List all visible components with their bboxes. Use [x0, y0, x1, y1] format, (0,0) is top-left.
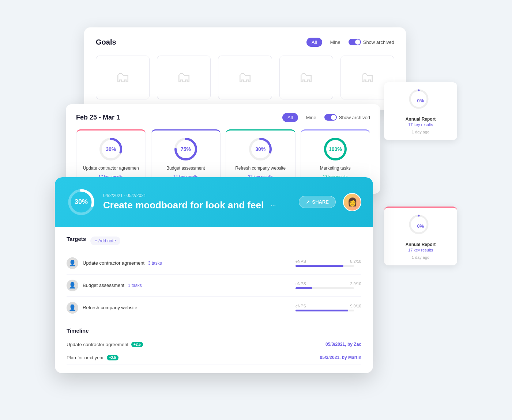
timeline-badge-1: +2.5 — [131, 342, 143, 347]
target-name-3: Refresh company website — [83, 305, 291, 310]
folder-icon: 🗂 — [177, 69, 191, 86]
right-bottom-pct: 0% — [417, 223, 424, 229]
target-avatar-3: 👤 — [67, 302, 78, 314]
timeline-left-2: Plan for next year +2.5 — [67, 355, 118, 360]
goal-card-2[interactable]: 75% Budget assessment 14 key results — [151, 129, 221, 185]
folder-icon: 🗂 — [238, 69, 252, 86]
goals-card: Goals All Mine Show archived 🗂 🗂 🗂 🗂 — [84, 27, 406, 110]
right-top-donut: 0% — [408, 88, 433, 114]
timeline-right-2: 05/3/2021, by Martin — [320, 355, 361, 360]
share-icon: ↗ — [306, 199, 310, 205]
target-name-1: Update contractor agreement 3 tasks — [83, 260, 291, 266]
donut-wrapper-2: 75% — [173, 136, 199, 162]
metric-label-3: eNPS 9.0/10 — [295, 304, 361, 308]
weekly-toggle-label: Show archived — [324, 114, 370, 121]
main-card-body: Targets + Add note 👤 Update contractor a… — [55, 227, 373, 373]
target-metric-2: eNPS 2.9/10 — [295, 281, 361, 289]
right-bottom-name: Annual Report — [390, 242, 451, 247]
folder-item[interactable]: 🗂 — [96, 56, 150, 99]
target-metric-1: eNPS 8.2/10 — [295, 259, 361, 267]
target-row-3: 👤 Refresh company website eNPS 9.0/10 — [67, 297, 361, 319]
timeline-row-2: Plan for next year +2.5 05/3/2021, by Ma… — [67, 351, 361, 364]
metric-bar-fill-1 — [295, 265, 343, 267]
timeline-title: Timeline — [67, 328, 361, 334]
weekly-toggle-switch[interactable] — [324, 114, 337, 121]
main-donut-pct: 30% — [75, 198, 88, 206]
donut-wrapper-3: 30% — [248, 136, 273, 162]
main-card-header: 30% 04/2/2021 - 05/2/2021 Create moodboa… — [55, 177, 373, 227]
goals-card-header: Goals All Mine Show archived — [96, 38, 394, 47]
weekly-filter-group: All Mine Show archived — [282, 113, 370, 122]
timeline-badge-2: +2.5 — [107, 355, 118, 360]
metric-label-1: eNPS 8.2/10 — [295, 259, 361, 264]
target-metric-3: eNPS 9.0/10 — [295, 304, 361, 311]
target-name-2: Budget assessment 1 tasks — [83, 283, 291, 288]
right-bottom-sub: 17 key results — [390, 248, 451, 252]
donut-pct-1: 30% — [106, 146, 116, 152]
date-range: Feb 25 - Mar 1 — [76, 114, 120, 121]
donut-wrapper-4: 100% — [323, 136, 348, 162]
weekly-filter-mine-btn[interactable]: Mine — [301, 113, 321, 122]
goal-card-3[interactable]: 30% Refresh company website 22 key resul… — [226, 129, 295, 185]
right-bottom-time: 1 day ago — [390, 255, 451, 260]
add-note-button[interactable]: + Add note — [90, 237, 120, 245]
right-top-card: 0% Annual Report 17 key results 1 day ag… — [384, 82, 457, 140]
avatar: 👩 — [343, 193, 361, 211]
donut-pct-3: 30% — [255, 146, 266, 152]
folder-item[interactable]: 🗂 — [279, 56, 333, 99]
target-link-2[interactable]: 1 tasks — [128, 283, 142, 288]
goal-card-name-4: Marketing tasks — [320, 166, 351, 171]
weekly-filter-all-btn[interactable]: All — [282, 113, 298, 122]
folder-icon: 🗂 — [299, 69, 313, 86]
goal-card-4[interactable]: 100% Marketing tasks 17 key results — [301, 129, 370, 185]
metric-label-2: eNPS 2.9/10 — [295, 281, 361, 286]
main-donut: 30% — [67, 188, 96, 217]
right-top-time: 1 day ago — [390, 130, 451, 134]
targets-header: Targets + Add note — [67, 236, 361, 246]
right-top-sub: 17 key results — [390, 122, 451, 127]
goals-toggle-switch[interactable] — [349, 39, 361, 45]
goal-card-name-3: Refresh company website — [235, 166, 286, 171]
header-date: 04/2/2021 - 05/2/2021 — [103, 193, 291, 198]
donut-pct-2: 75% — [181, 146, 191, 152]
goals-filter-all-btn[interactable]: All — [306, 38, 322, 47]
goal-card-name-1: Update contractor agreemen — [83, 166, 139, 171]
target-row-1: 👤 Update contractor agreement 3 tasks eN… — [67, 252, 361, 275]
goals-toggle-label: Show archived — [349, 39, 394, 45]
target-row-2: 👤 Budget assessment 1 tasks eNPS 2.9/10 — [67, 275, 361, 297]
donut-wrapper-1: 30% — [98, 136, 124, 162]
folder-item[interactable]: 🗂 — [218, 56, 272, 99]
target-avatar-2: 👤 — [67, 280, 78, 291]
donut-pct-4: 100% — [329, 146, 342, 152]
goals-card-title: Goals — [96, 38, 116, 46]
right-top-name: Annual Report — [390, 117, 451, 122]
right-bottom-donut: 0% — [408, 213, 433, 239]
header-info: 04/2/2021 - 05/2/2021 Create moodboard f… — [103, 193, 291, 211]
goal-card-1[interactable]: 30% Update contractor agreemen 17 key re… — [76, 129, 146, 185]
target-link-1[interactable]: 3 tasks — [148, 261, 162, 266]
timeline-row-1: Update contractor agreement +2.5 05/3/20… — [67, 338, 361, 351]
right-bottom-card: 0% Annual Report 17 key results 1 day ag… — [384, 207, 457, 265]
metric-bar-bg-2 — [295, 287, 354, 289]
timeline-left-1: Update contractor agreement +2.5 — [67, 342, 143, 347]
goal-card-name-2: Budget assessment — [166, 166, 205, 171]
metric-bar-fill-2 — [295, 287, 312, 289]
weekly-card-header: Feb 25 - Mar 1 All Mine Show archived — [76, 113, 370, 122]
timeline-right-1: 05/3/2021, by Zac — [325, 342, 361, 347]
share-button[interactable]: ↗ SHARE — [299, 196, 336, 208]
folder-icon: 🗂 — [116, 69, 130, 86]
metric-bar-bg-3 — [295, 310, 354, 311]
header-more-dots[interactable]: ··· — [270, 201, 276, 209]
folders-row: 🗂 🗂 🗂 🗂 🗂 — [96, 56, 394, 99]
timeline-section: Timeline Update contractor agreement +2.… — [67, 328, 361, 364]
target-avatar-1: 👤 — [67, 257, 78, 269]
main-card: 30% 04/2/2021 - 05/2/2021 Create moodboa… — [55, 177, 373, 373]
right-top-pct: 0% — [417, 98, 424, 103]
goal-cards-row: 30% Update contractor agreemen 17 key re… — [76, 129, 370, 185]
goals-filter-mine-btn[interactable]: Mine — [325, 38, 346, 47]
folder-item[interactable]: 🗂 — [157, 56, 211, 99]
goals-filter-group: All Mine Show archived — [306, 38, 394, 47]
targets-title: Targets — [67, 236, 86, 242]
folder-icon: 🗂 — [360, 69, 374, 86]
header-title: Create moodboard for look and feel — [103, 200, 264, 211]
